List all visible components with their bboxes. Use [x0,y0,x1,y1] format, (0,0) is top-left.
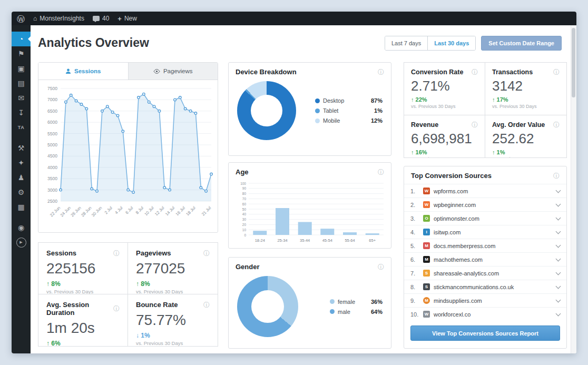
source-row-workforcexl-co[interactable]: 10.Wworkforcexl.co [404,307,566,321]
admin-bar: Ⓦ ⌂ MonsterInsights 40 + New [12,12,576,25]
stat-change: ↑ 8% [46,280,120,288]
favicon-icon: S [423,283,430,290]
sidebar-item-comments[interactable]: ✉ [12,91,31,105]
site-home-link[interactable]: ⌂ MonsterInsights [33,15,84,22]
info-icon[interactable]: ⓘ [378,69,384,75]
info-icon[interactable]: ⓘ [203,250,210,257]
chevron-down-icon[interactable] [556,188,561,193]
source-rank: 2. [410,202,419,208]
info-icon[interactable]: ⓘ [378,169,384,175]
source-row-isitwp-com[interactable]: 4.Iisitwp.com [404,225,566,239]
source-row-shareasale-analytics-com[interactable]: 7.Sshareasale-analytics.com [404,266,566,280]
info-icon[interactable]: ⓘ [472,69,478,75]
comments-link[interactable]: 40 [93,15,109,22]
svg-text:65+: 65+ [369,238,376,243]
comment-bubble-icon [93,16,100,21]
last-7-days-button[interactable]: Last 7 days [385,36,427,50]
legend-item: Tablet1% [315,107,383,114]
legend-item: male64% [330,309,383,315]
set-custom-date-range-button[interactable]: Set Custom Date Range [481,36,562,51]
date-range-segmented-control: Last 7 days Last 30 days [385,36,476,51]
chevron-down-icon[interactable] [556,297,561,302]
users-icon: ♟ [18,173,25,182]
sidebar-item-media[interactable]: ▣ [12,61,31,76]
info-icon[interactable]: ⓘ [203,302,210,308]
source-row-machothemes-com[interactable]: 6.Mmachothemes.com [404,252,566,266]
info-icon[interactable]: ⓘ [378,264,384,270]
new-content-menu[interactable]: + New [117,15,137,23]
stat-value: 2.71% [411,78,478,94]
source-domain: workforcexl.co [434,311,553,318]
info-icon[interactable]: ⓘ [472,122,478,128]
chevron-down-icon[interactable] [556,311,561,316]
last-30-days-button[interactable]: Last 30 days [427,36,475,50]
chevron-down-icon[interactable] [556,256,561,261]
person-icon [65,68,71,74]
sidebar-item-pages[interactable]: ▤ [12,76,31,91]
chevron-down-icon[interactable] [556,283,561,289]
sidebar-item-monsterinsights[interactable]: ◔ [12,32,31,46]
legend-dot-icon [315,119,320,123]
page-title: Analytics Overview [38,36,149,50]
info-icon[interactable]: ⓘ [553,69,560,75]
marketing-icon: ✦ [18,159,24,167]
pages-icon: ▤ [17,79,24,87]
svg-text:45-54: 45-54 [322,238,332,243]
source-row-stickmancommunications-co-uk[interactable]: 8.Sstickmancommunications.co.uk [404,280,566,293]
source-row-mindsuppliers-com[interactable]: 9.Mmindsuppliers.com [404,293,566,307]
stat-value: 75.77% [136,312,210,329]
stat-title: Pageviews [136,249,171,257]
scrollbar[interactable] [571,25,576,353]
svg-text:28 Jun: 28 Jun [80,205,92,218]
sources-list: 1.Wwpforms.com2.Wwpbeginner.com3.Ooptinm… [404,184,566,321]
favicon-icon: I [423,229,430,235]
sidebar-item-marketing[interactable]: ✦ [12,155,31,170]
source-row-docs-memberpress-com[interactable]: 5.Mdocs.memberpress.com [404,239,566,252]
stat-title: Avg. Order Value [492,121,545,129]
source-row-wpforms-com[interactable]: 1.Wwpforms.com [404,184,566,198]
stat-card-avg-session-duration: Avg. Session Durationⓘ1m 20s↑ 6%vs. Prev… [38,294,128,346]
info-icon[interactable]: ⓘ [113,305,120,312]
stat-vs-label: vs. Previous 30 Days [411,104,478,109]
source-row-wpbeginner-com[interactable]: 2.Wwpbeginner.com [404,198,566,211]
stat-value: 277025 [136,260,210,277]
wordpress-logo-icon[interactable]: Ⓦ [17,15,25,23]
info-icon[interactable]: ⓘ [553,122,560,128]
chevron-down-icon[interactable] [556,201,561,206]
favicon-icon: S [423,270,430,277]
sessions-line-chart: 2500300035004000450050005500600065007000… [38,80,218,237]
chevron-down-icon[interactable] [556,229,561,234]
tab-pageviews[interactable]: Pageviews [129,63,218,80]
legend-item: Mobile12% [315,117,383,124]
stat-value: 252.62 [492,131,560,147]
source-row-optinmonster-com[interactable]: 3.Ooptinmonster.com [404,211,566,225]
sidebar-item-posts[interactable]: ⚑ [12,46,31,61]
card-title: Age [236,168,249,176]
main-content: Analytics Overview Last 7 days Last 30 d… [31,25,576,353]
scrollbar-thumb[interactable] [572,28,575,97]
settings-icon: ⚙ [18,188,25,196]
sidebar-item-reports[interactable]: ▦ [12,200,31,214]
sidebar-item-users[interactable]: ♟ [12,170,31,185]
sidebar-item-tools[interactable]: ⚒ [12,141,31,155]
stat-title: Bounce Rate [136,301,178,309]
sidebar-item-community[interactable]: ◉ [12,220,31,235]
info-icon[interactable]: ⓘ [113,250,120,257]
sidebar-item-settings[interactable]: ⚙ [12,185,31,200]
legend-item: Desktop87% [315,97,383,104]
chevron-down-icon[interactable] [556,242,561,248]
stat-change: ↑ 16% [411,149,478,155]
source-domain: shareasale-analytics.com [434,270,553,277]
view-top-conversions-report-button[interactable]: View Top Conversions Sources Report [410,325,560,341]
stat-change: ↓ 1% [136,332,210,339]
sidebar-item-ta[interactable]: TA [12,120,31,135]
sidebar-item-downloads[interactable]: ↧ [12,105,31,120]
device-legend: Desktop87%Tablet1%Mobile12% [315,94,383,127]
gender-donut-chart [237,276,298,337]
sidebar-item-video-tutorials[interactable]: ▶ [12,235,31,250]
info-icon[interactable]: ⓘ [553,173,560,179]
chevron-down-icon[interactable] [556,270,561,275]
legend-label: Tablet [323,107,371,114]
chevron-down-icon[interactable] [556,215,561,220]
tab-sessions[interactable]: Sessions [38,63,129,80]
